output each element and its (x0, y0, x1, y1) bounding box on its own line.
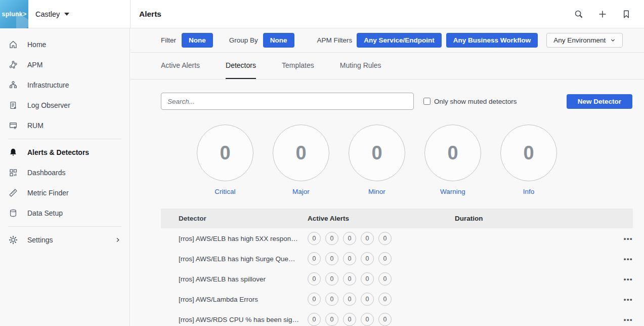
sidebar-item-label: Alerts & Detectors (27, 148, 121, 156)
table-row: [rros] AWS/ELB has high 5XX respon… 0000… (161, 228, 633, 249)
muted-detectors-checkbox-row[interactable]: Only show muted detectors (423, 98, 517, 105)
splunk-logo[interactable]: splunk> (0, 0, 28, 28)
table-row: [rros] AWS/ELB has high Surge Que… 00000… (161, 249, 633, 269)
severity-label-link[interactable]: Info (523, 188, 535, 195)
detector-name-link[interactable]: [rros] AWS/Lambda Errors (161, 296, 308, 303)
sidebar-item-home[interactable]: Home (0, 34, 130, 55)
bell-icon (9, 148, 18, 157)
alert-count-badge: 0 (361, 232, 374, 245)
detector-name-link[interactable]: [rros] AWS/ELB has high Surge Que… (161, 255, 308, 263)
column-header-duration: Duration (455, 215, 613, 222)
environment-value: Any Environment (553, 36, 606, 44)
alert-count-badge: 0 (308, 272, 321, 286)
org-switcher[interactable]: Castley (35, 10, 69, 18)
tab-detectors[interactable]: Detectors (226, 53, 256, 79)
alert-count-badge: 0 (361, 272, 374, 286)
severity-count-circle: 0 (349, 125, 405, 181)
sidebar-item-label: RUM (27, 121, 121, 130)
severity-count: 0 (447, 142, 458, 164)
severity-item: 0 Critical (197, 125, 253, 195)
alert-count-badge: 0 (325, 232, 338, 245)
chevron-down-icon (610, 37, 616, 43)
detector-name-link[interactable]: [rros] AWS/ELB has spillover (161, 275, 308, 283)
sidebar-separator (8, 226, 121, 227)
chevron-right-icon (114, 236, 121, 243)
severity-item: 0 Info (500, 125, 557, 195)
sidebar-item-rum[interactable]: RUM (0, 115, 130, 136)
alert-count-badge: 0 (308, 232, 321, 245)
filter-bar: Filter None Group By None APM Filters An… (131, 28, 644, 53)
group-by-none-button[interactable]: None (263, 33, 294, 48)
search-input[interactable] (161, 93, 414, 110)
filter-label: Filter (161, 36, 176, 44)
severity-label-link[interactable]: Minor (368, 188, 385, 195)
severity-count: 0 (523, 142, 534, 164)
apm-icon (9, 60, 18, 69)
sidebar-item-data-setup[interactable]: Data Setup (0, 203, 130, 223)
top-bar: splunk> Castley Alerts (0, 0, 644, 28)
row-overflow-menu-icon[interactable]: ••• (624, 316, 633, 323)
alert-count-badge: 0 (361, 293, 374, 306)
tab-templates[interactable]: Templates (282, 53, 314, 79)
sidebar-item-label: Log Observer (27, 101, 121, 109)
alert-count-badge: 0 (343, 252, 356, 265)
apm-business-workflow-button[interactable]: Any Business Workflow (446, 33, 538, 48)
sidebar-separator (8, 139, 121, 139)
row-overflow-menu-icon[interactable]: ••• (624, 235, 633, 242)
muted-detectors-checkbox[interactable] (423, 98, 431, 105)
sidebar-item-apm[interactable]: APM (0, 55, 130, 75)
severity-count-circle: 0 (500, 125, 557, 181)
alert-count-badge: 0 (308, 293, 321, 306)
table-row: [rros] AWS/RDS CPU % has been sig… 00000… (161, 309, 633, 326)
alert-count-badge: 0 (343, 293, 356, 306)
gear-icon (9, 235, 18, 244)
severity-label-link[interactable]: Major (292, 188, 310, 195)
severity-label-link[interactable]: Warning (440, 188, 465, 195)
plus-icon[interactable] (598, 10, 607, 19)
alert-count-badge: 0 (343, 313, 356, 326)
sidebar-item-metric-finder[interactable]: Metric Finder (0, 183, 130, 203)
severity-item: 0 Warning (424, 125, 481, 195)
alert-count-badge: 0 (378, 252, 392, 265)
severity-label-link[interactable]: Critical (214, 188, 235, 195)
new-detector-button[interactable]: New Detector (567, 94, 632, 109)
sidebar-item-log-observer[interactable]: Log Observer (0, 95, 130, 115)
sidebar-item-label: APM (27, 61, 121, 69)
tab-active-alerts[interactable]: Active Alerts (161, 53, 200, 79)
muted-detectors-label: Only show muted detectors (434, 98, 517, 105)
sidebar: Home APM Infrastructure Log Observer (0, 28, 130, 326)
tab-muting-rules[interactable]: Muting Rules (340, 53, 381, 79)
apm-service-endpoint-button[interactable]: Any Service/Endpoint (357, 33, 442, 48)
severity-count: 0 (371, 142, 382, 164)
table-row: [rros] AWS/Lambda Errors 00000 ••• (161, 289, 633, 309)
page-title: Alerts (139, 10, 161, 19)
search-icon[interactable] (574, 10, 583, 19)
sidebar-item-infrastructure[interactable]: Infrastructure (0, 75, 130, 95)
environment-dropdown[interactable]: Any Environment (546, 33, 623, 48)
table-row: [rros] AWS/ELB has spillover 00000 ••• (161, 269, 633, 289)
detector-name-link[interactable]: [rros] AWS/RDS CPU % has been sig… (161, 316, 308, 323)
sidebar-item-settings[interactable]: Settings (0, 230, 130, 250)
severity-count-circle: 0 (424, 125, 481, 181)
column-header-detector: Detector (161, 215, 308, 222)
bookmark-icon[interactable] (622, 10, 631, 19)
active-alert-badges: 00000 (308, 252, 455, 265)
alert-count-badge: 0 (361, 252, 374, 265)
dashboards-icon (9, 168, 18, 177)
alert-count-badge: 0 (378, 272, 392, 286)
severity-count: 0 (295, 142, 306, 164)
row-overflow-menu-icon[interactable]: ••• (624, 296, 633, 303)
alert-count-badge: 0 (325, 293, 338, 306)
row-overflow-menu-icon[interactable]: ••• (624, 255, 633, 263)
table-header: Detector Active Alerts Duration (161, 209, 633, 228)
sidebar-item-dashboards[interactable]: Dashboards (0, 162, 130, 183)
filter-none-button[interactable]: None (182, 33, 213, 48)
alert-count-badge: 0 (343, 232, 356, 245)
sidebar-item-label: Infrastructure (27, 81, 121, 89)
row-overflow-menu-icon[interactable]: ••• (624, 275, 633, 283)
sidebar-item-alerts-detectors[interactable]: Alerts & Detectors (0, 142, 130, 162)
alert-count-badge: 0 (308, 252, 321, 265)
column-header-active-alerts: Active Alerts (308, 215, 455, 222)
detector-name-link[interactable]: [rros] AWS/ELB has high 5XX respon… (161, 235, 308, 242)
org-name: Castley (35, 10, 60, 18)
